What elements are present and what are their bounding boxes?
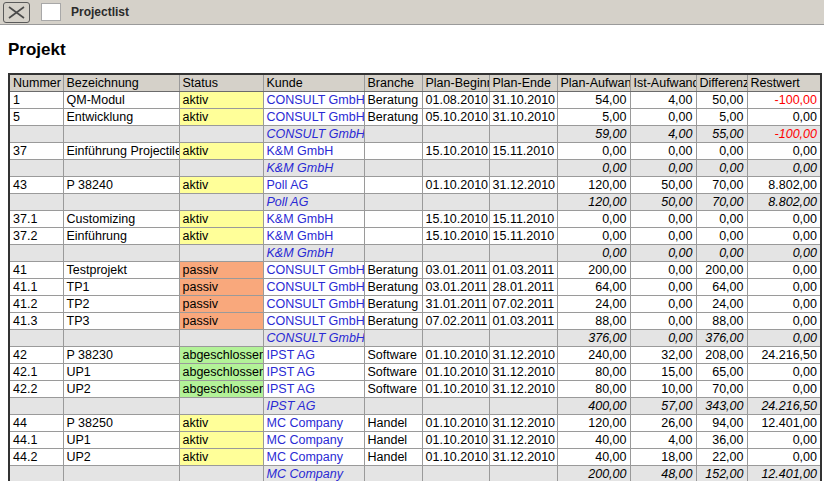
cell-status: abgeschlossen [179,347,263,364]
cell-differenz: 55,00 [696,126,747,143]
cell-restwert: 0,00 [747,330,821,347]
cell-nummer [9,330,63,347]
cell-plan: 64,00 [557,279,630,296]
customer-link[interactable]: IPST AG [267,348,315,362]
table-row: 41.2TP2passivCONSULT GmbHBeratung31.01.2… [9,296,821,313]
cell-beginn: 15.10.2010 [422,228,489,245]
cell-ist: 0,00 [630,228,696,245]
cell-bezeichnung: P 38230 [63,347,179,364]
cell-ist: 50,00 [630,194,696,211]
cell-ende: 28.01.2011 [489,279,557,296]
cell-differenz: 88,00 [696,313,747,330]
cell-differenz: 70,00 [696,194,747,211]
cell-nummer: 41 [9,262,63,279]
table-row: 42P 38230abgeschlossenIPST AGSoftware01.… [9,347,821,364]
cell-branche [364,228,422,245]
customer-link[interactable]: CONSULT GmbH [267,263,365,277]
customer-link[interactable]: MC Company [267,416,343,430]
customer-link[interactable]: K&M GmbH [267,144,334,158]
cell-restwert: -100,00 [747,126,821,143]
cell-kunde: K&M GmbH [263,228,364,245]
cell-beginn: 01.10.2010 [422,364,489,381]
column-header-restwert: Restwert [747,74,821,92]
cell-differenz: 0,00 [696,228,747,245]
cell-plan: 240,00 [557,347,630,364]
cell-restwert: 12.401,00 [747,466,821,481]
customer-link[interactable]: K&M GmbH [267,229,334,243]
cell-differenz: 200,00 [696,262,747,279]
cell-bezeichnung: UP2 [63,381,179,398]
cell-branche: Beratung [364,279,422,296]
cell-bezeichnung: Customizing [63,211,179,228]
cell-kunde: K&M GmbH [263,143,364,160]
group-summary-row: Poll AG120,0050,0070,008.802,00 [9,194,821,211]
cell-restwert: 0,00 [747,313,821,330]
table-row: 1QM-ModulaktivCONSULT GmbHBeratung01.08.… [9,92,821,109]
customer-link[interactable]: K&M GmbH [267,212,334,226]
table-row: 44.1UP1aktivMC CompanyHandel01.10.201031… [9,432,821,449]
cell-ende [489,245,557,262]
customer-link[interactable]: CONSULT GmbH [267,280,365,294]
cell-beginn: 31.01.2011 [422,296,489,313]
cell-nummer: 42 [9,347,63,364]
cell-branche [364,245,422,262]
customer-link[interactable]: CONSULT GmbH [267,314,365,328]
cell-beginn [422,160,489,177]
customer-link[interactable]: CONSULT GmbH [267,93,365,107]
customer-link[interactable]: Poll AG [267,178,309,192]
cell-nummer: 42.2 [9,381,63,398]
cell-status: passiv [179,279,263,296]
cell-ist: 50,00 [630,177,696,194]
cell-status: aktiv [179,449,263,466]
cell-nummer: 5 [9,109,63,126]
cell-bezeichnung [63,330,179,347]
cell-nummer [9,398,63,415]
cell-beginn: 07.02.2011 [422,313,489,330]
cell-restwert: 0,00 [747,296,821,313]
page-title: Projekt [8,40,824,60]
cell-branche [364,466,422,481]
cell-differenz: 36,00 [696,432,747,449]
cell-ist: 4,00 [630,92,696,109]
cell-ist: 32,00 [630,347,696,364]
customer-link[interactable]: CONSULT GmbH [267,110,365,124]
cell-plan: 0,00 [557,228,630,245]
cell-plan: 80,00 [557,364,630,381]
cell-kunde: K&M GmbH [263,211,364,228]
cell-restwert: 0,00 [747,143,821,160]
group-summary-row: K&M GmbH0,000,000,000,00 [9,245,821,262]
cell-beginn [422,466,489,481]
cell-bezeichnung: QM-Modul [63,92,179,109]
cell-ist: 0,00 [630,160,696,177]
cell-kunde: CONSULT GmbH [263,92,364,109]
cell-status [179,194,263,211]
cell-differenz: 0,00 [696,160,747,177]
cell-ist: 15,00 [630,364,696,381]
cell-restwert: 0,00 [747,109,821,126]
cell-status [179,126,263,143]
cell-status: aktiv [179,415,263,432]
customer-link[interactable]: MC Company [267,450,343,464]
cell-plan: 0,00 [557,160,630,177]
customer-link[interactable]: MC Company [267,433,343,447]
cell-branche: Beratung [364,109,422,126]
cell-status [179,398,263,415]
cell-status: aktiv [179,92,263,109]
cell-nummer [9,126,63,143]
customer-link[interactable]: CONSULT GmbH [267,297,365,311]
cell-nummer: 37.1 [9,211,63,228]
customer-link[interactable]: IPST AG [267,365,315,379]
cell-bezeichnung: UP2 [63,449,179,466]
cell-plan: 5,00 [557,109,630,126]
cell-restwert: 0,00 [747,432,821,449]
cell-status: aktiv [179,432,263,449]
cell-plan: 88,00 [557,313,630,330]
cell-beginn: 01.10.2010 [422,432,489,449]
cell-kunde: IPST AG [263,381,364,398]
close-button[interactable] [3,2,30,23]
cell-plan: 120,00 [557,415,630,432]
column-header-ende: Plan-Ende [489,74,557,92]
table-row: 43P 38240aktivPoll AG01.10.201031.12.201… [9,177,821,194]
customer-link[interactable]: IPST AG [267,382,315,396]
cell-ende: 31.10.2010 [489,92,557,109]
